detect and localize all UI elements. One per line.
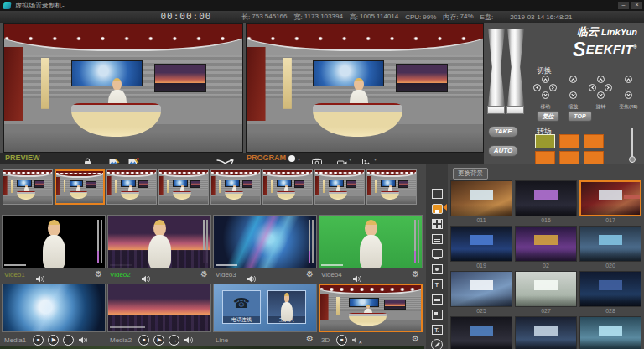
bulb-icon[interactable] xyxy=(430,263,444,276)
studio-3d-preview[interactable] xyxy=(319,284,423,332)
video-input-panel: Video2 ⚙ xyxy=(107,215,211,282)
stop-button[interactable] xyxy=(336,335,347,346)
camera-angle-thumbnail[interactable] xyxy=(55,169,105,205)
transition-tile[interactable] xyxy=(559,134,579,148)
video-preview[interactable] xyxy=(107,215,211,268)
text-icon[interactable] xyxy=(430,323,444,336)
top-button[interactable]: TOP xyxy=(568,111,592,122)
reset-button[interactable]: 复位 xyxy=(537,111,559,122)
stop-button[interactable] xyxy=(33,335,44,346)
audio-meter xyxy=(203,220,208,263)
arrow-left-icon[interactable] xyxy=(589,84,596,91)
scene-thumbnail-image xyxy=(579,180,641,216)
scene-thumbnail[interactable]: 025 xyxy=(450,271,512,315)
take-button[interactable]: TAKE xyxy=(488,126,518,138)
transition-tile[interactable] xyxy=(535,134,555,148)
scene-thumbnail[interactable]: 020 xyxy=(579,226,641,269)
windows-grid-icon[interactable] xyxy=(430,217,444,231)
gear-icon[interactable]: ⚙ xyxy=(412,270,419,279)
speaker-icon[interactable] xyxy=(78,332,87,347)
t-bar-fader-left[interactable] xyxy=(488,29,505,106)
save-icon[interactable] xyxy=(430,202,444,216)
gear-icon[interactable]: ⚙ xyxy=(95,270,102,279)
program-monitor[interactable] xyxy=(246,23,484,153)
media2-preview[interactable] xyxy=(107,284,211,332)
gear-icon[interactable]: ⚙ xyxy=(200,270,208,279)
close-button[interactable]: × xyxy=(631,2,642,9)
pen-circle-icon[interactable] xyxy=(430,338,444,349)
camera-angle-thumbnail[interactable] xyxy=(210,169,261,205)
scene-thumbnail[interactable]: 016 xyxy=(515,180,577,224)
gear-icon[interactable]: ⚙ xyxy=(306,270,314,279)
muted-speaker-icon[interactable]: ✕ xyxy=(351,332,362,347)
minimize-button[interactable]: – xyxy=(618,2,629,9)
scene-thumbnail[interactable]: 017 xyxy=(579,180,641,224)
arrow-down-icon[interactable] xyxy=(569,91,577,99)
arrow-up-icon[interactable] xyxy=(625,76,632,83)
transition-tile[interactable] xyxy=(584,134,604,148)
transition-speed-knob[interactable] xyxy=(629,156,636,163)
speaker-icon[interactable] xyxy=(184,332,193,347)
transition-tile[interactable] xyxy=(584,151,604,165)
camera-angle-thumbnail[interactable] xyxy=(158,169,209,205)
image-caret-icon[interactable]: ▾ xyxy=(374,156,377,162)
text-box-icon[interactable] xyxy=(430,278,444,291)
scene-thumbnail[interactable]: 019 xyxy=(450,226,512,269)
media2-panel: Media2 xyxy=(107,284,211,347)
video-preview[interactable] xyxy=(2,215,106,268)
arrow-down-icon[interactable] xyxy=(542,91,549,99)
camera-angle-thumbnail[interactable] xyxy=(314,169,365,205)
camera-angle-thumbnail[interactable] xyxy=(3,169,53,205)
frame-icon[interactable] xyxy=(430,308,444,321)
t-bar-handle-right[interactable] xyxy=(506,106,524,114)
arrow-left-icon[interactable] xyxy=(533,84,541,91)
t-bar-fader-right[interactable] xyxy=(507,29,524,106)
record-dot-icon[interactable] xyxy=(288,155,295,162)
scene-thumbnail[interactable] xyxy=(515,316,577,349)
arrow-up-icon[interactable] xyxy=(569,76,577,83)
scene-thumbnail[interactable]: 011 xyxy=(450,180,512,224)
scene-thumbnail[interactable]: 027 xyxy=(515,271,577,315)
gear-icon[interactable] xyxy=(430,187,444,201)
arrow-right-icon[interactable] xyxy=(605,84,612,91)
arrow-down-icon[interactable] xyxy=(597,91,605,99)
dpad-label: 变焦(45) xyxy=(619,103,638,110)
transition-tile[interactable] xyxy=(535,151,555,165)
arrow-up-icon[interactable] xyxy=(597,76,605,83)
phone-call-box[interactable]: ☎ 电话连线 xyxy=(222,290,261,324)
media1-preview[interactable] xyxy=(2,284,106,332)
camera-angle-thumbnail[interactable] xyxy=(366,169,417,205)
media-row: Media1 Media2 xyxy=(2,284,423,347)
change-background-tab[interactable]: 更换背景 xyxy=(453,168,488,180)
scene-thumbnail[interactable]: 028 xyxy=(579,271,641,315)
transition-tile[interactable] xyxy=(559,151,579,165)
scene-thumbnail[interactable] xyxy=(450,316,512,349)
gear-icon[interactable]: ⚙ xyxy=(306,335,314,343)
video-preview[interactable] xyxy=(213,215,317,268)
list-icon[interactable] xyxy=(430,232,444,246)
monitor-icon[interactable] xyxy=(430,247,444,261)
video-preview[interactable] xyxy=(319,215,423,268)
play-button[interactable] xyxy=(48,335,59,346)
camcorder-caret-icon[interactable]: ▾ xyxy=(349,156,351,162)
arrow-right-icon[interactable] xyxy=(549,84,557,91)
scene-thumbnail[interactable]: 02 xyxy=(515,226,577,269)
line-preview[interactable]: ☎ 电话连线 主持人 xyxy=(213,284,317,332)
host-box[interactable]: 主持人 xyxy=(267,290,306,324)
auto-button[interactable]: AUTO xyxy=(488,145,518,157)
arrow-up-icon[interactable] xyxy=(542,76,549,83)
stop-button[interactable] xyxy=(138,335,149,346)
gear-icon[interactable]: ⚙ xyxy=(412,335,419,343)
scene-thumbnail[interactable] xyxy=(579,316,641,349)
record-caret-icon[interactable]: ▾ xyxy=(298,156,300,162)
arrow-down-icon[interactable] xyxy=(625,91,632,99)
scene-number: 011 xyxy=(450,216,512,224)
layers-icon[interactable] xyxy=(430,293,444,306)
preview-monitor[interactable] xyxy=(3,23,243,153)
t-bar-handle-left[interactable] xyxy=(487,106,505,114)
loop-button[interactable] xyxy=(63,335,74,346)
camera-angle-thumbnail[interactable] xyxy=(106,169,157,205)
loop-button[interactable] xyxy=(169,335,179,346)
play-button[interactable] xyxy=(153,335,164,346)
camera-angle-thumbnail[interactable] xyxy=(262,169,313,205)
